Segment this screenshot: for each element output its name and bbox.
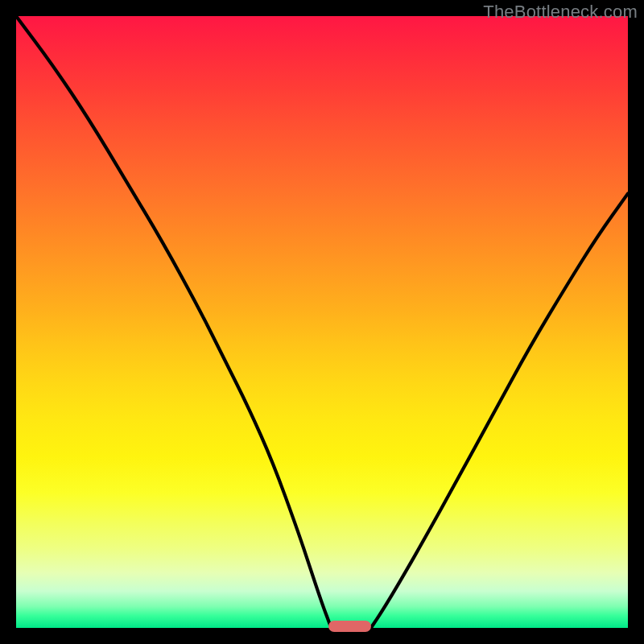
curve-layer (16, 16, 628, 628)
trough-pill (328, 621, 371, 632)
chart-frame: TheBottleneck.com (0, 0, 644, 644)
plot-area (16, 16, 628, 628)
left-curve (16, 16, 331, 628)
right-curve (371, 193, 628, 628)
